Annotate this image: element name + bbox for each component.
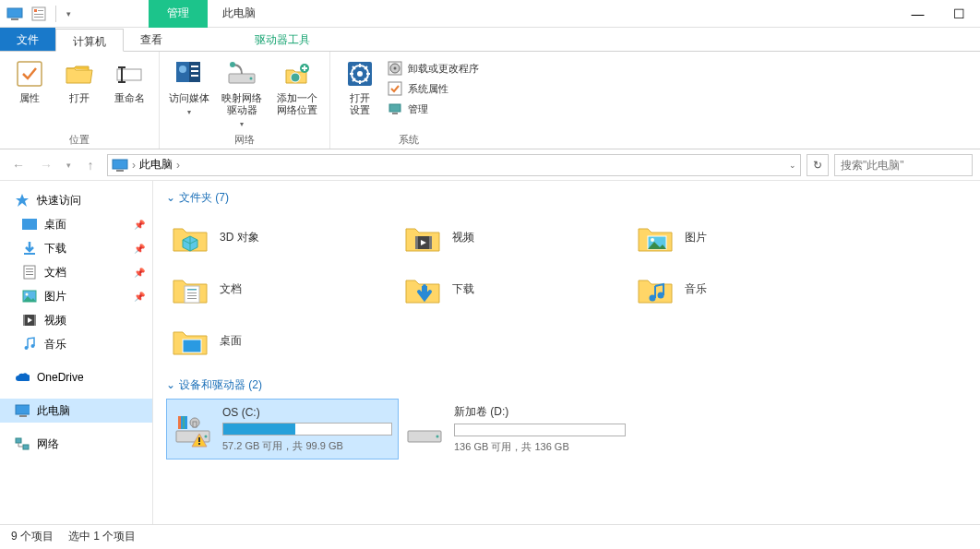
breadcrumb-dropdown-icon[interactable]: ⌄ [789, 161, 796, 170]
video-icon [22, 313, 37, 328]
folder-pictures[interactable]: 图片 [631, 211, 864, 263]
svg-rect-47 [16, 405, 30, 414]
onedrive-icon [15, 370, 30, 385]
ribbon: 属性 打开 重命名 位置 访问媒体 ▾ 映射网络 驱动器 ▾ [0, 52, 980, 149]
svg-rect-34 [22, 219, 37, 230]
ribbon-group-label: 网络 [234, 131, 255, 147]
folder-icon [402, 219, 443, 256]
rename-icon [114, 59, 144, 89]
access-media-button[interactable]: 访问媒体 ▾ [167, 55, 211, 116]
svg-rect-53 [429, 236, 432, 249]
drive-icon [173, 411, 213, 448]
map-drive-button[interactable]: 映射网络 驱动器 ▾ [217, 55, 267, 128]
tab-view[interactable]: 查看 [124, 28, 179, 51]
properties-qat-icon[interactable] [28, 3, 50, 25]
settings-icon [345, 59, 375, 89]
svg-rect-57 [187, 289, 197, 291]
recent-dropdown[interactable]: ▾ [63, 154, 74, 176]
tab-drive-tools[interactable]: 驱动器工具 [238, 28, 327, 51]
svg-rect-8 [117, 69, 141, 80]
svg-rect-60 [187, 298, 197, 299]
tab-file[interactable]: 文件 [0, 28, 55, 51]
svg-rect-31 [392, 113, 398, 114]
folder-desktop[interactable]: 桌面 [166, 315, 399, 366]
chevron-right-icon[interactable]: › [176, 159, 180, 172]
ribbon-group-label: 系统 [399, 131, 419, 147]
svg-rect-1 [11, 18, 18, 20]
sidebar-item-music[interactable]: 音乐 [0, 332, 152, 356]
uninstall-programs-button[interactable]: 卸载或更改程序 [388, 61, 479, 76]
sidebar-item-downloads[interactable]: 下载📌 [0, 236, 152, 260]
open-settings-button[interactable]: 打开 设置 [338, 55, 382, 116]
search-input[interactable] [834, 154, 973, 176]
svg-rect-4 [38, 10, 43, 11]
svg-rect-3 [34, 9, 37, 12]
maximize-button[interactable]: ☐ [938, 0, 980, 28]
manage-button[interactable]: 管理 [388, 101, 479, 116]
svg-rect-29 [388, 82, 401, 95]
qat-dropdown-icon[interactable]: ▾ [62, 3, 75, 25]
svg-rect-70 [198, 437, 200, 442]
svg-point-41 [26, 293, 29, 296]
sidebar-item-desktop[interactable]: 桌面📌 [0, 212, 152, 236]
sidebar-item-this-pc[interactable]: 此电脑 [0, 399, 152, 423]
svg-rect-7 [18, 62, 42, 86]
up-button[interactable]: ↑ [79, 154, 102, 176]
folder-downloads[interactable]: 下载 [399, 263, 631, 315]
svg-point-55 [651, 238, 654, 242]
forward-button[interactable]: → [35, 154, 57, 176]
breadcrumb-segment[interactable]: 此电脑 [139, 157, 173, 173]
ribbon-tabs: 文件 计算机 查看 驱动器工具 [0, 28, 980, 52]
rename-button[interactable]: 重命名 [107, 55, 151, 104]
system-properties-button[interactable]: 系统属性 [388, 81, 479, 96]
open-button[interactable]: 打开 [57, 55, 102, 104]
star-icon [15, 193, 30, 208]
pin-icon: 📌 [134, 268, 145, 278]
svg-rect-5 [34, 14, 43, 15]
sidebar-item-network[interactable]: 网络 [0, 432, 152, 456]
back-button[interactable]: ← [7, 154, 30, 176]
folders-grid: 3D 对象 视频 图片 文档 下载 音乐 [166, 211, 967, 366]
section-folders-header[interactable]: ⌄文件夹 (7) [166, 190, 967, 206]
sys-props-icon [388, 81, 402, 96]
svg-rect-33 [116, 170, 124, 172]
pc-icon[interactable] [4, 3, 26, 25]
pin-icon: 📌 [134, 220, 145, 230]
section-drives-header[interactable]: ⌄设备和驱动器 (2) [166, 377, 967, 393]
drive-usage-bar [454, 424, 626, 436]
folder-icon [635, 270, 675, 307]
pictures-icon [22, 289, 37, 304]
folder-videos[interactable]: 视频 [399, 211, 631, 263]
svg-rect-6 [34, 17, 43, 18]
chevron-right-icon[interactable]: › [132, 159, 136, 172]
drive-d[interactable]: 新加卷 (D:) 136 GB 可用，共 136 GB [399, 399, 631, 459]
network-icon [15, 436, 30, 451]
refresh-button[interactable]: ↻ [807, 154, 829, 176]
breadcrumb[interactable]: › 此电脑 › ⌄ [107, 154, 801, 176]
sidebar-item-onedrive[interactable]: OneDrive [0, 365, 152, 389]
sidebar-item-pictures[interactable]: 图片📌 [0, 284, 152, 308]
svg-rect-0 [7, 8, 22, 18]
ribbon-group-location: 属性 打开 重命名 位置 [0, 52, 160, 149]
download-icon [22, 241, 37, 256]
minimize-button[interactable]: — [897, 0, 938, 28]
folder-icon [170, 270, 210, 307]
folder-3d-objects[interactable]: 3D 对象 [166, 211, 399, 263]
manage-icon [388, 101, 402, 116]
tab-computer[interactable]: 计算机 [55, 29, 124, 52]
sidebar-item-videos[interactable]: 视频 [0, 308, 152, 332]
drive-c[interactable]: OS (C:) 57.2 GB 可用，共 99.9 GB [166, 399, 399, 459]
folder-music[interactable]: 音乐 [631, 263, 864, 315]
pc-icon [112, 159, 128, 172]
svg-point-46 [31, 344, 35, 348]
chevron-down-icon: ⌄ [166, 378, 175, 391]
svg-rect-48 [19, 415, 27, 417]
add-network-location-button[interactable]: 添加一个 网络位置 [272, 55, 322, 116]
svg-rect-69 [193, 422, 197, 427]
document-icon [22, 265, 37, 280]
sidebar-item-documents[interactable]: 文档📌 [0, 260, 152, 284]
folder-documents[interactable]: 文档 [166, 263, 399, 315]
sidebar-item-quick-access[interactable]: 快速访问 [0, 188, 152, 212]
properties-button[interactable]: 属性 [7, 55, 52, 104]
svg-rect-44 [34, 315, 36, 326]
